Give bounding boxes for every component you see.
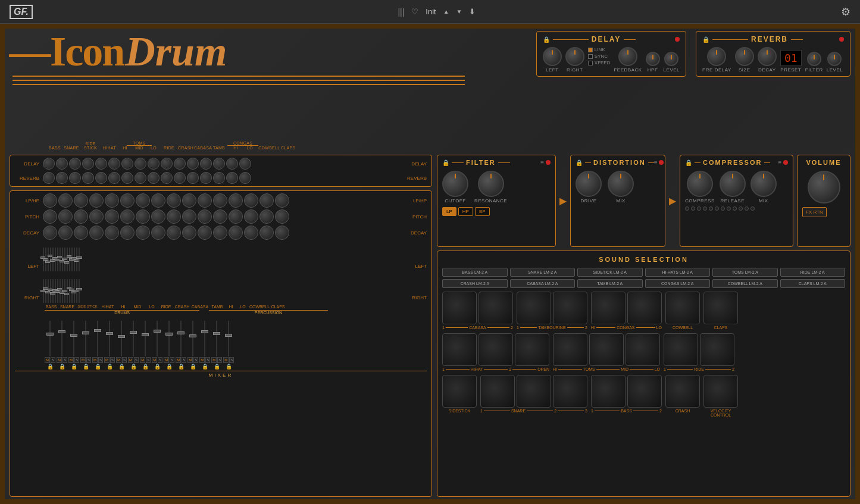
delay-knob-15[interactable] xyxy=(226,158,238,170)
pitch-knob-15[interactable] xyxy=(259,209,274,224)
right-fader-15[interactable] xyxy=(76,279,77,303)
mixer-s-16[interactable]: S xyxy=(229,357,234,363)
lphp-knob-15[interactable] xyxy=(259,193,274,208)
filter-resonance-knob[interactable] xyxy=(478,171,504,197)
distortion-drive-knob[interactable] xyxy=(576,171,602,197)
decay-knob-16[interactable] xyxy=(275,226,289,240)
delay-knob-11[interactable] xyxy=(174,158,186,170)
reverb-knob-3[interactable] xyxy=(69,172,81,184)
reverb-knob-5[interactable] xyxy=(95,172,107,184)
decay-knob-9[interactable] xyxy=(167,226,181,240)
decay-knob-10[interactable] xyxy=(182,226,196,240)
sound-preset-claps[interactable]: CLAPS LM-2 A xyxy=(780,279,846,288)
reverb-decay-knob[interactable] xyxy=(758,47,777,66)
mixer-fader-thumb-14[interactable] xyxy=(201,330,208,333)
pitch-knob-4[interactable] xyxy=(89,209,104,224)
decay-knob-14[interactable] xyxy=(244,226,258,240)
mixer-fader-thumb-9[interactable] xyxy=(142,333,149,336)
hihat-pad-2[interactable] xyxy=(479,333,513,366)
reverb-knob-4[interactable] xyxy=(82,172,94,184)
toms-mid-pad[interactable] xyxy=(589,333,624,366)
cowbell-pad[interactable] xyxy=(665,292,700,324)
decay-knob-7[interactable] xyxy=(136,226,150,240)
delay-knob-1[interactable] xyxy=(43,158,55,170)
mixer-m-1[interactable]: M xyxy=(45,357,50,363)
filter-active-dot[interactable] xyxy=(546,160,551,165)
distortion-mix-knob[interactable] xyxy=(608,171,634,197)
bass-pad-2[interactable] xyxy=(627,375,662,408)
toms-hi-pad[interactable] xyxy=(553,333,587,366)
delay-right-knob[interactable] xyxy=(565,47,584,66)
lphp-knob-9[interactable] xyxy=(167,193,181,208)
sound-preset-sidetick[interactable]: SIDETICK LM-2 A xyxy=(577,268,643,277)
reverb-preset-display[interactable]: 01 xyxy=(780,50,802,66)
crash-pad[interactable] xyxy=(665,375,700,408)
mixer-lock-7[interactable]: 🔒 xyxy=(118,364,125,370)
reverb-predelay-knob[interactable] xyxy=(707,47,726,66)
lphp-knob-10[interactable] xyxy=(182,193,196,208)
filter-hp-btn[interactable]: HP xyxy=(458,207,473,216)
mixer-fader-thumb-16[interactable] xyxy=(225,334,232,337)
delay-level-knob[interactable] xyxy=(664,52,678,66)
right-fader-4[interactable] xyxy=(50,279,51,303)
tamb-pad-2[interactable] xyxy=(553,292,587,324)
sound-preset-toms[interactable]: TOMS LM-2 A xyxy=(712,268,778,277)
mixer-lock-3[interactable]: 🔒 xyxy=(71,364,77,370)
mixer-m-16[interactable]: M xyxy=(223,357,229,363)
mixer-lock-9[interactable]: 🔒 xyxy=(142,364,149,370)
tamb-pad-1[interactable] xyxy=(517,292,551,324)
sound-preset-hihats[interactable]: HI-HATS LM-2 A xyxy=(645,268,711,277)
left-fader-15[interactable] xyxy=(76,248,77,271)
compressor-menu-icon[interactable]: ≡ xyxy=(778,159,781,166)
hihat-open-pad[interactable] xyxy=(515,333,549,366)
sound-preset-ride[interactable]: RIDE LM-2 A xyxy=(780,268,846,277)
lphp-knob-12[interactable] xyxy=(213,193,227,208)
mixer-fader-thumb-7[interactable] xyxy=(118,335,125,338)
mixer-lock-5[interactable]: 🔒 xyxy=(95,364,101,370)
mixer-lock-11[interactable]: 🔒 xyxy=(166,364,173,370)
decay-knob-15[interactable] xyxy=(259,226,274,240)
bass-pad-1[interactable] xyxy=(591,375,626,408)
mixer-fader-thumb-2[interactable] xyxy=(58,330,65,333)
delay-lock-icon[interactable]: 🔒 xyxy=(543,36,550,43)
mixer-lock-6[interactable]: 🔒 xyxy=(107,364,113,370)
reverb-knob-12[interactable] xyxy=(187,172,199,184)
mixer-s-9[interactable]: S xyxy=(146,357,151,363)
sound-preset-crash[interactable]: CRASH LM-2 A xyxy=(442,279,508,288)
lphp-knob-4[interactable] xyxy=(89,193,104,208)
snare-pad-3[interactable] xyxy=(553,375,587,408)
right-fader-10[interactable] xyxy=(64,279,65,303)
mixer-lock-8[interactable]: 🔒 xyxy=(130,364,137,370)
reverb-knob-9[interactable] xyxy=(148,172,160,184)
reverb-knob-2[interactable] xyxy=(56,172,68,184)
mixer-s-15[interactable]: S xyxy=(217,357,222,363)
distortion-active-dot[interactable] xyxy=(659,160,664,165)
mixer-s-1[interactable]: S xyxy=(51,357,55,363)
delay-feedback-knob[interactable] xyxy=(618,47,637,66)
compressor-lock-icon[interactable]: 🔒 xyxy=(685,159,692,166)
pitch-knob-14[interactable] xyxy=(244,209,258,224)
compressor-compress-knob[interactable] xyxy=(687,171,713,197)
velocity-control-pad[interactable] xyxy=(703,375,738,408)
decay-knob-12[interactable] xyxy=(213,226,227,240)
decay-knob-3[interactable] xyxy=(74,226,88,240)
filter-lp-btn[interactable]: LP xyxy=(442,207,456,216)
mixer-m-9[interactable]: M xyxy=(140,357,145,363)
mixer-fader-thumb-13[interactable] xyxy=(189,334,196,337)
right-fader-11[interactable] xyxy=(67,279,68,303)
mixer-m-3[interactable]: M xyxy=(68,357,74,363)
sound-preset-bass[interactable]: BASS LM-2 A xyxy=(442,268,508,277)
mixer-lock-1[interactable]: 🔒 xyxy=(47,364,54,370)
decay-knob-6[interactable] xyxy=(120,226,135,240)
delay-knob-8[interactable] xyxy=(135,158,146,170)
right-fader-3[interactable] xyxy=(48,279,49,303)
mixer-s-5[interactable]: S xyxy=(98,357,103,363)
reverb-knob-14[interactable] xyxy=(213,172,225,184)
decay-knob-2[interactable] xyxy=(58,226,73,240)
delay-knob-7[interactable] xyxy=(121,158,133,170)
right-fader-12[interactable] xyxy=(69,279,70,303)
mixer-s-13[interactable]: S xyxy=(193,357,198,363)
reverb-active-dot[interactable] xyxy=(839,37,844,42)
download-icon[interactable]: ⬇ xyxy=(469,7,476,16)
lphp-knob-1[interactable] xyxy=(43,193,57,208)
